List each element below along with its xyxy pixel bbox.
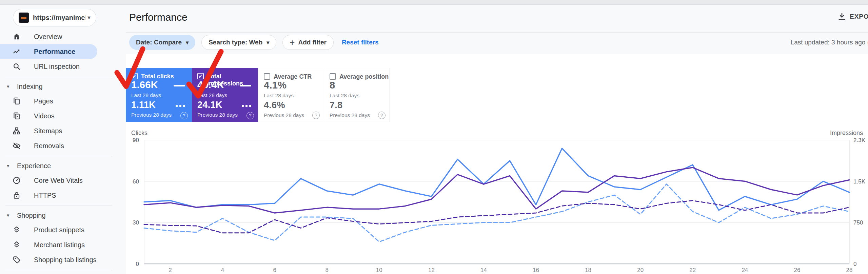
sidebar-section-indexing[interactable]: ▾Indexing (0, 79, 126, 94)
sidebar-item-label: Performance (34, 44, 75, 59)
sidebar-item-label: Pages (34, 94, 53, 109)
metric-value-previous: 24.1K (197, 100, 222, 110)
solid-line-legend-mark (240, 85, 251, 86)
performance-icon (12, 47, 21, 56)
search-console-performance-page: https://myanimelight... ▾ OverviewPerfor… (0, 0, 868, 274)
solid-line-legend-mark (174, 85, 185, 86)
videos-icon (12, 112, 21, 120)
property-selector[interactable]: https://myanimelight... ▾ (13, 9, 96, 26)
home-icon (12, 32, 21, 41)
sidebar-divider (0, 153, 126, 159)
sidebar-item-label: HTTPS (34, 188, 56, 203)
metric-value-previous: 1.11K (131, 100, 156, 110)
web-vitals-icon (12, 176, 21, 185)
last-updated-text: Last updated: 3 hours ago ( (791, 35, 868, 50)
metric-label: Average position (339, 73, 389, 80)
caret-down-icon: ▾ (7, 208, 9, 222)
help-icon[interactable]: ? (246, 112, 254, 119)
metric-period-previous: Previous 28 days (264, 112, 304, 118)
metric-value-previous: 4.6% (264, 100, 285, 111)
sidebar-section-experience[interactable]: ▾Experience (0, 159, 126, 173)
lock-icon (12, 191, 21, 200)
sidebar-section-shopping[interactable]: ▾Shopping (0, 208, 126, 222)
plus-icon: + (290, 38, 295, 47)
metric-value-current: 8 (330, 80, 335, 91)
sidebar-section-label: Indexing (17, 79, 43, 94)
sidebar-item-product-snippets[interactable]: Product snippets (0, 222, 126, 237)
site-favicon (19, 13, 29, 23)
sidebar-item-merchant-listings[interactable]: Merchant listings (0, 237, 126, 252)
sidebar: https://myanimelight... ▾ OverviewPerfor… (0, 5, 126, 274)
sidebar-item-label: Removals (34, 138, 64, 153)
metric-value-previous: 7.8 (330, 100, 342, 111)
metric-checkbox[interactable] (264, 73, 270, 80)
metric-period-current: Last 28 days (330, 93, 359, 99)
sidebar-item-url-inspection[interactable]: URL inspection (0, 59, 126, 74)
chevron-down-icon: ▾ (87, 14, 91, 21)
sidebar-item-label: Merchant listings (34, 237, 85, 252)
sidebar-item-pages[interactable]: Pages (0, 94, 126, 109)
sidebar-item-overview[interactable]: Overview (0, 29, 126, 44)
top-strip (0, 0, 868, 5)
metric-card-average-position[interactable]: Average position8Last 28 days7.8Previous… (324, 68, 390, 122)
sidebar-item-sitemaps[interactable]: Sitemaps (0, 123, 126, 138)
chip-label: Date: Compare (136, 39, 182, 46)
sidebar-item-core-web-vitals[interactable]: Core Web Vitals (0, 173, 126, 188)
caret-down-icon: ▾ (7, 159, 9, 173)
help-icon[interactable]: ? (312, 112, 320, 119)
dashed-line-legend-mark (176, 105, 185, 107)
metric-period-previous: Previous 28 days (131, 112, 172, 118)
sitemaps-icon (12, 126, 21, 135)
page-title: Performance (129, 12, 188, 23)
metric-checkbox[interactable]: ✓ (197, 73, 204, 79)
sidebar-item-label: Product snippets (34, 222, 84, 237)
sidebar-menu: OverviewPerformanceURL inspection▾Indexi… (0, 29, 126, 273)
sidebar-divider (0, 267, 126, 273)
download-icon (837, 12, 846, 21)
metric-value-current: 4.1% (264, 80, 287, 91)
sidebar-item-label: Core Web Vitals (34, 173, 83, 188)
filter-chip-date-compare[interactable]: Date: Compare▾ (129, 35, 195, 50)
sidebar-divider (0, 74, 126, 79)
removals-icon (12, 141, 21, 150)
metric-checkbox[interactable] (330, 73, 336, 80)
metric-card-total-impressions[interactable]: ✓Total impressions40.4KLast 28 days24.1K… (192, 68, 258, 122)
layers-icon (12, 240, 21, 249)
sidebar-item-videos[interactable]: Videos (0, 109, 126, 123)
metric-label: Average CTR (274, 73, 312, 80)
metric-value-current: 40.4K (197, 79, 224, 91)
sidebar-item-label: Sitemaps (34, 123, 62, 138)
layers-icon (12, 226, 21, 234)
metric-checkbox[interactable]: ✓ (131, 73, 138, 79)
metric-period-current: Last 28 days (197, 92, 227, 98)
metric-card-average-ctr[interactable]: Average CTR4.1%Last 28 days4.6%Previous … (258, 68, 324, 122)
help-icon[interactable]: ? (180, 112, 188, 119)
metric-cards-row: ✓Total clicks1.66KLast 28 days1.11KPrevi… (126, 68, 390, 122)
sidebar-item-label: Overview (34, 29, 62, 44)
sidebar-item-performance[interactable]: Performance (0, 44, 126, 59)
metric-period-current: Last 28 days (131, 92, 161, 98)
metric-period-previous: Previous 28 days (197, 112, 238, 118)
export-button[interactable]: EXPORT (837, 12, 868, 21)
chip-label: Add filter (298, 39, 327, 46)
sidebar-item-https[interactable]: HTTPS (0, 188, 126, 203)
chevron-down-icon: ▾ (267, 39, 269, 46)
dashed-line-legend-mark (242, 105, 251, 107)
reset-filters-link[interactable]: Reset filters (342, 39, 379, 46)
search-icon (12, 62, 21, 71)
sidebar-section-label: Experience (17, 159, 51, 173)
help-icon[interactable]: ? (378, 112, 386, 119)
sidebar-divider (0, 203, 126, 208)
metric-period-previous: Previous 28 days (330, 112, 370, 118)
sidebar-item-removals[interactable]: Removals (0, 138, 126, 153)
property-url: https://myanimelight... (33, 14, 85, 22)
caret-down-icon: ▾ (7, 79, 9, 94)
sidebar-item-shopping-tab-listings[interactable]: Shopping tab listings (0, 252, 126, 267)
sidebar-section-label: Shopping (17, 208, 46, 222)
filter-chip-search-type-web[interactable]: Search type: Web▾ (201, 35, 276, 50)
metric-card-total-clicks[interactable]: ✓Total clicks1.66KLast 28 days1.11KPrevi… (126, 68, 192, 122)
filter-chip-add-filter[interactable]: +Add filter (282, 35, 334, 50)
sidebar-item-label: URL inspection (34, 59, 80, 74)
header-divider (126, 32, 868, 33)
tag-icon (12, 255, 21, 264)
